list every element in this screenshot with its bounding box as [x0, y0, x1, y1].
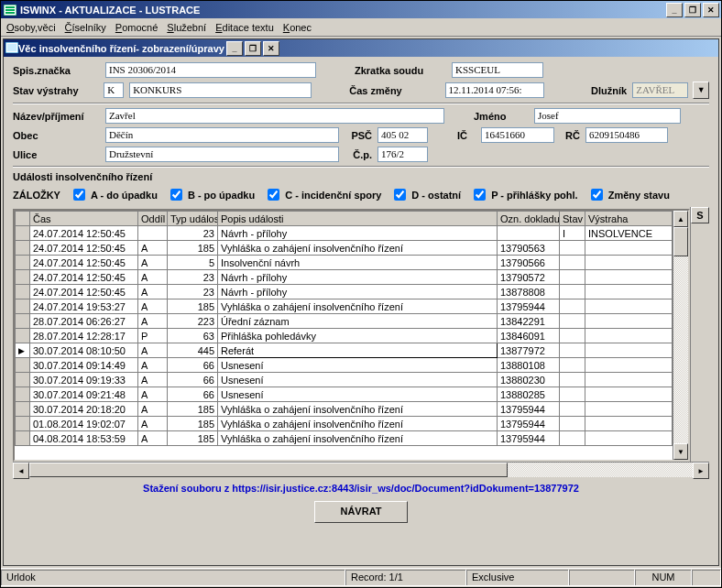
minimize-button[interactable]: _	[666, 3, 683, 17]
menu-sluzebni[interactable]: Služební	[167, 22, 206, 33]
col-oddil[interactable]: Oddíl	[138, 212, 168, 226]
side-button-col: S	[690, 207, 709, 462]
label-jmeno: Jméno	[474, 111, 529, 122]
table-row[interactable]: 24.07.2014 12:50:45A5Insolvenční návrh13…	[16, 256, 673, 270]
check-d[interactable]: D - ostatní	[390, 186, 461, 203]
field-stav-k[interactable]: K	[104, 82, 124, 98]
table-row[interactable]: 01.08.2014 19:02:07A185Vyhláška o zaháje…	[16, 417, 673, 431]
field-spis[interactable]: INS 20306/2014	[105, 62, 316, 78]
status-urldok: Urldok	[1, 570, 345, 586]
table-row[interactable]: 30.07.2014 09:19:33A66Usnesení13880230	[16, 373, 673, 387]
events-grid[interactable]: Čas Oddíl Typ událos Popis události Ozn.…	[13, 209, 690, 462]
label-spis: Spis.značka	[13, 65, 100, 76]
field-rc[interactable]: 6209150486	[585, 127, 668, 143]
col-stav[interactable]: Stav	[560, 212, 585, 226]
form-icon	[5, 42, 18, 55]
menubar: Osoby,věci Číselníky Pomocné Služební Ed…	[1, 18, 721, 37]
label-ulice: Ulice	[13, 149, 100, 160]
inner-title: Věc insolvenčního řízení- zobrazení/úpra…	[18, 43, 224, 54]
app-icon	[3, 4, 17, 16]
table-row[interactable]: 24.07.2014 12:50:45A23Návrh - přílohy138…	[16, 285, 673, 299]
download-link[interactable]: Stažení souboru z https://isir.justice.c…	[13, 477, 709, 499]
s-button[interactable]: S	[691, 207, 709, 223]
field-obec[interactable]: Děčín	[105, 127, 339, 143]
restore-button[interactable]: ❐	[684, 3, 701, 17]
menu-editace[interactable]: Editace textu	[215, 22, 274, 33]
field-nazev[interactable]: Zavřel	[105, 108, 444, 124]
table-row[interactable]: 04.08.2014 18:53:59A185Vyhláška o zaháje…	[16, 431, 673, 446]
label-cp: Č.p.	[345, 149, 372, 160]
navrat-button[interactable]: NÁVRAT	[314, 501, 408, 523]
table-row[interactable]: 30.07.2014 20:18:20A185Vyhláška o zaháje…	[16, 402, 673, 417]
scroll-track[interactable]	[673, 227, 688, 443]
svg-rect-1	[5, 6, 15, 8]
dluznik-dropdown-button[interactable]: ▼	[693, 82, 709, 99]
field-ic[interactable]: 16451660	[481, 127, 554, 143]
label-rc: RČ	[560, 130, 580, 141]
titlebar[interactable]: ISWINX - AKTUALIZACE - LUSTRACE _ ❐ ✕	[1, 1, 721, 18]
grid-header[interactable]: Čas Oddíl Typ událos Popis události Ozn.…	[16, 212, 673, 226]
field-cas[interactable]: 12.11.2014 07:56:	[445, 82, 544, 98]
menu-konec[interactable]: Konec	[283, 22, 312, 33]
label-zalozky: ZÁLOŽKY	[13, 190, 60, 201]
field-zkratka[interactable]: KSSCEUL	[452, 62, 543, 78]
scroll-left-button[interactable]: ◄	[13, 463, 29, 479]
status-record: Record: 1/1	[345, 570, 466, 586]
check-a[interactable]: A - do úpadku	[70, 186, 158, 203]
label-udalosti: Události insolvenčního řízení	[13, 171, 152, 182]
table-row[interactable]: 24.07.2014 12:50:45A23Návrh - přílohy137…	[16, 270, 673, 285]
label-cas: Čas změny	[349, 85, 439, 96]
statusbar: Urldok Record: 1/1 Exclusive NUM	[1, 568, 721, 587]
table-row[interactable]: 24.07.2014 12:50:45A185Vyhláška o zaháje…	[16, 241, 673, 256]
hscroll-track[interactable]	[29, 463, 693, 477]
table-row[interactable]: 24.07.2014 19:53:27A185Vyhláška o zaháje…	[16, 299, 673, 314]
grid-vscroll[interactable]: ▲ ▼	[673, 211, 688, 460]
label-zkratka: Zkratka soudu	[355, 65, 446, 76]
field-dluznik[interactable]: ZAVŘEL	[632, 82, 688, 98]
scroll-down-button[interactable]: ▼	[673, 443, 688, 460]
field-stav-text[interactable]: KONKURS	[129, 82, 312, 98]
table-row[interactable]: 24.07.2014 12:50:4523Návrh - přílohyIINS…	[16, 226, 673, 241]
field-ulice[interactable]: Družstevní	[105, 147, 339, 162]
label-dluznik: Dlužník	[591, 85, 627, 96]
col-ozn[interactable]: Ozn. dokladu	[498, 212, 560, 226]
col-cas[interactable]: Čas	[30, 212, 138, 226]
label-stav: Stav výstrahy	[13, 85, 98, 96]
field-psc[interactable]: 405 02	[377, 127, 428, 143]
table-row[interactable]: ▶30.07.2014 08:10:50A445Referát13877972	[16, 343, 673, 358]
check-b[interactable]: B - po úpadku	[167, 186, 255, 203]
close-button[interactable]: ✕	[703, 3, 719, 17]
col-popis[interactable]: Popis události	[218, 212, 498, 226]
svg-rect-3	[5, 12, 15, 14]
menu-osoby[interactable]: Osoby,věci	[6, 22, 56, 33]
main-window: ISWINX - AKTUALIZACE - LUSTRACE _ ❐ ✕ Os…	[0, 0, 722, 588]
col-vystraha[interactable]: Výstraha	[585, 212, 673, 226]
table-row[interactable]: 30.07.2014 09:21:48A66Usnesení13880285	[16, 387, 673, 402]
table-row[interactable]: 28.07.2014 12:28:17P63Přihláška pohledáv…	[16, 329, 673, 343]
menu-pomocne[interactable]: Pomocné	[115, 22, 158, 33]
tabs-checks: ZÁLOŽKY A - do úpadku B - po úpadku C - …	[13, 186, 709, 203]
check-z[interactable]: Změny stavu	[587, 186, 670, 203]
menu-ciselniky[interactable]: Číselníky	[65, 22, 106, 33]
check-p[interactable]: P - přihlášky pohl.	[470, 186, 578, 203]
check-c[interactable]: C - incidenční spory	[264, 186, 381, 203]
field-jmeno[interactable]: Josef	[534, 108, 681, 124]
inner-restore-button[interactable]: ❐	[245, 41, 261, 56]
scroll-up-button[interactable]: ▲	[673, 211, 688, 227]
inner-close-button[interactable]: ✕	[263, 41, 279, 56]
field-cp[interactable]: 176/2	[377, 147, 428, 162]
inner-titlebar[interactable]: Věc insolvenčního řízení- zobrazení/úpra…	[4, 39, 718, 57]
scroll-right-button[interactable]: ►	[693, 463, 709, 479]
col-typ[interactable]: Typ událos	[168, 212, 218, 226]
svg-rect-5	[7, 44, 16, 51]
status-num: NUM	[635, 570, 692, 586]
table-row[interactable]: 30.07.2014 09:14:49A66Usnesení13880108	[16, 358, 673, 373]
label-psc: PSČ	[345, 130, 372, 141]
scroll-thumb[interactable]	[673, 227, 688, 256]
window-title: ISWINX - AKTUALIZACE - LUSTRACE	[20, 5, 200, 16]
status-excl: Exclusive	[466, 570, 569, 586]
table-row[interactable]: 28.07.2014 06:26:27A223Úřední záznam1384…	[16, 314, 673, 329]
hscroll-thumb[interactable]	[29, 463, 508, 477]
inner-minimize-button[interactable]: _	[226, 41, 243, 56]
grid-hscroll[interactable]: ◄ ►	[13, 462, 709, 477]
